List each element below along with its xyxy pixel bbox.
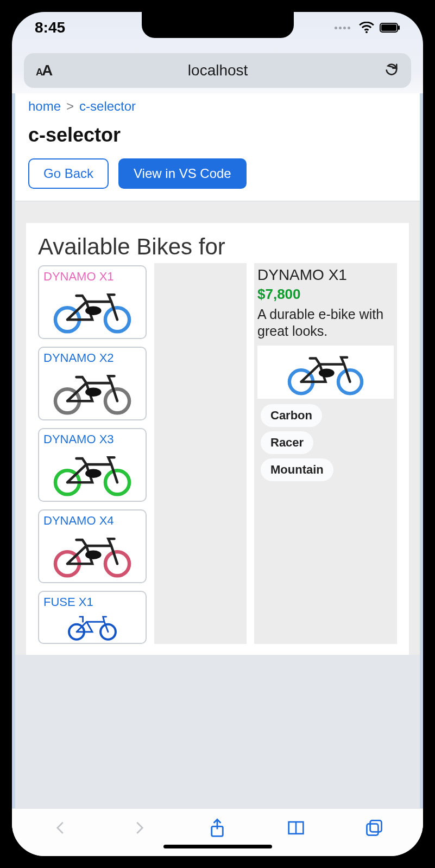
svg-point-15 — [85, 550, 101, 559]
nav-forward-icon[interactable] — [128, 817, 150, 839]
tag: Carbon — [261, 404, 322, 427]
tag: Mountain — [261, 458, 333, 481]
battery-icon — [380, 23, 400, 33]
tabs-icon[interactable] — [363, 817, 385, 839]
svg-point-6 — [85, 306, 101, 315]
breadcrumb-separator: > — [66, 99, 74, 114]
tag: Racer — [261, 431, 313, 454]
breadcrumb-home[interactable]: home — [28, 99, 61, 114]
detail-description: A durable e-bike with great looks. — [257, 306, 394, 340]
bike-icon — [43, 528, 141, 578]
detail-price: $7,800 — [257, 286, 394, 303]
share-icon[interactable] — [206, 817, 228, 839]
svg-point-12 — [85, 469, 101, 478]
svg-point-9 — [85, 387, 101, 397]
bike-detail-panel: DYNAMO X1 $7,800 A durable e-bike with g… — [254, 263, 397, 644]
breadcrumb-current[interactable]: c-selector — [79, 99, 136, 114]
view-in-vscode-button[interactable]: View in VS Code — [118, 158, 247, 189]
svg-rect-3 — [398, 25, 400, 30]
browser-toolbar — [12, 808, 423, 856]
bike-list: DYNAMO X1 DYNAMO X2 DYNAMO X3 — [38, 265, 147, 644]
go-back-button[interactable]: Go Back — [28, 158, 109, 189]
svg-rect-23 — [367, 824, 378, 835]
nav-back-icon[interactable] — [50, 817, 72, 839]
bike-tile[interactable]: DYNAMO X1 — [38, 265, 147, 339]
wifi-icon — [359, 22, 374, 34]
bike-tile[interactable]: DYNAMO X2 — [38, 347, 147, 420]
bookmarks-icon[interactable] — [285, 817, 307, 839]
svg-rect-2 — [381, 24, 396, 31]
section-title: Available Bikes for — [38, 234, 397, 260]
bike-icon — [43, 446, 141, 496]
bike-tile-title: DYNAMO X3 — [43, 432, 141, 446]
page-title: c-selector — [28, 124, 407, 146]
status-time: 8:45 — [35, 19, 65, 36]
url-host: localhost — [188, 62, 248, 79]
detail-name: DYNAMO X1 — [257, 266, 394, 284]
bike-tile-title: DYNAMO X1 — [43, 270, 141, 284]
home-indicator[interactable] — [163, 845, 272, 848]
browser-url-bar[interactable]: AA localhost — [24, 53, 411, 88]
detail-image — [257, 346, 394, 399]
bike-icon — [43, 284, 141, 334]
bike-icon — [259, 347, 393, 395]
bike-tile-title: FUSE X1 — [43, 595, 141, 609]
svg-rect-22 — [370, 820, 381, 832]
bike-tile-title: DYNAMO X2 — [43, 351, 141, 365]
text-size-icon[interactable]: AA — [36, 62, 52, 79]
svg-point-20 — [319, 368, 335, 377]
reload-icon[interactable] — [384, 62, 399, 79]
bike-tile[interactable]: FUSE X1 — [38, 591, 147, 644]
bike-icon — [43, 609, 141, 641]
breadcrumb: home > c-selector — [28, 99, 407, 114]
bike-icon — [43, 365, 141, 415]
svg-point-0 — [365, 31, 368, 33]
cell-signal-icon — [335, 27, 350, 29]
detail-tags: Carbon Racer Mountain — [257, 404, 394, 481]
bike-tile-title: DYNAMO X4 — [43, 514, 141, 528]
bike-tile[interactable]: DYNAMO X3 — [38, 428, 147, 502]
bike-tile[interactable]: DYNAMO X4 — [38, 509, 147, 583]
